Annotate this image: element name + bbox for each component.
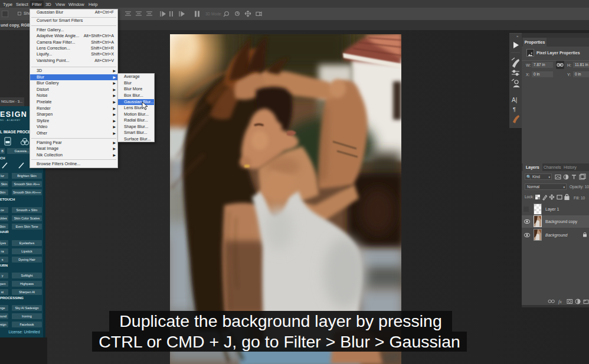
svg-text:3D Mode:: 3D Mode: (205, 12, 222, 16)
svg-text:fx: fx (558, 299, 562, 304)
svg-text:A|: A| (512, 97, 517, 103)
svg-text:¶: ¶ (513, 106, 516, 112)
